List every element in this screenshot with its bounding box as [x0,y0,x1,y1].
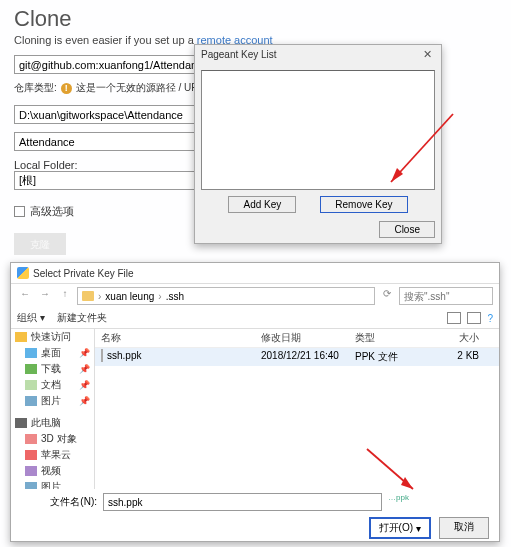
pageant-title: Pageant Key List [201,49,277,60]
pageant-dialog: Pageant Key List ✕ Add Key Remove Key Cl… [194,44,442,244]
remove-key-button[interactable]: Remove Key [320,196,407,213]
add-key-button[interactable]: Add Key [228,196,296,213]
file-dialog: Select Private Key File ← → ↑ › xuan leu… [10,262,500,265]
advanced-checkbox[interactable] [14,206,25,217]
key-list[interactable] [201,70,435,190]
warning-icon: ! [61,83,72,94]
close-button[interactable]: Close [379,221,435,238]
page-title: Clone [14,6,497,32]
warn-label: 仓库类型: [14,81,57,95]
annotation-arrow-icon [383,112,463,192]
subtitle-text: Cloning is even easier if you set up a [14,34,197,46]
clone-button[interactable]: 克隆 [14,233,66,255]
advanced-label: 高级选项 [30,204,74,219]
warn-text: 这是一个无效的源路径 / URL [76,81,204,95]
select-value: [根] [19,173,36,188]
close-icon[interactable]: ✕ [419,48,435,61]
